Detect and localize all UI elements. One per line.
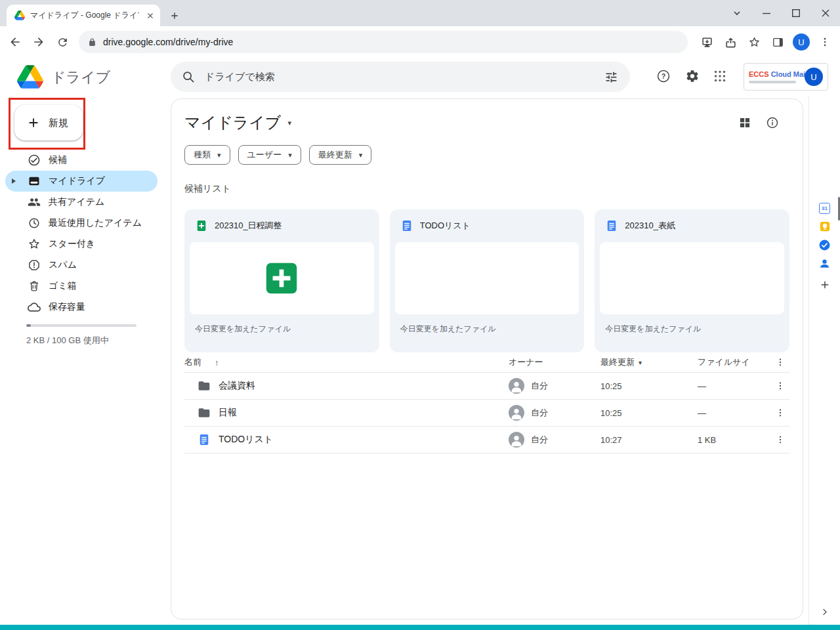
- file-row[interactable]: TODOリスト 自分 10:27 1 KB: [184, 426, 789, 453]
- apps-grid-icon[interactable]: [707, 63, 733, 89]
- storage-usage-text: 2 KB / 100 GB 使用中: [26, 335, 109, 346]
- account-avatar[interactable]: U: [805, 68, 823, 86]
- search-input[interactable]: ドライブで検索: [205, 71, 591, 83]
- sidebar-item-my-drive[interactable]: マイドライブ: [5, 171, 158, 192]
- eccs-subtext-line: [749, 81, 796, 83]
- search-bar[interactable]: ドライブで検索: [171, 62, 630, 92]
- lock-icon: [88, 38, 96, 47]
- account-badge[interactable]: ECCS Cloud Mail U: [744, 63, 828, 91]
- window-minimize-button[interactable]: [751, 0, 781, 26]
- sidebar-item-suggested[interactable]: 候補: [5, 150, 158, 171]
- page-title[interactable]: マイドライブ ▾: [184, 112, 291, 133]
- sidebar-item-label: スパム: [49, 259, 77, 271]
- filter-type-chip[interactable]: 種類 ▾: [184, 145, 230, 165]
- help-icon[interactable]: ?: [650, 63, 677, 89]
- sort-descending-icon: ▾: [639, 359, 642, 366]
- spam-icon: [28, 259, 41, 272]
- sidebar-item-shared[interactable]: 共有アイテム: [5, 192, 158, 213]
- sidebar-item-storage[interactable]: 保存容量: [5, 297, 158, 318]
- suggestion-card[interactable]: 202310_日程調整 今日変更を加えたファイル: [184, 209, 379, 352]
- share-icon[interactable]: [719, 31, 742, 53]
- file-row[interactable]: 会議資料 自分 10:25 —: [184, 372, 789, 399]
- address-bar[interactable]: drive.google.com/drive/my-drive: [79, 31, 688, 53]
- sidebar-item-label: マイドライブ: [49, 175, 105, 187]
- filter-modified-chip[interactable]: 最終更新 ▾: [309, 145, 372, 165]
- sidebar-item-trash[interactable]: ゴミ箱: [5, 276, 158, 297]
- title-row: マイドライブ ▾: [184, 110, 789, 136]
- sort-ascending-icon: ↑: [215, 358, 219, 368]
- install-app-icon[interactable]: [696, 31, 718, 53]
- window-maximize-button[interactable]: [781, 0, 810, 26]
- collapse-chevron-icon[interactable]: [814, 601, 835, 622]
- drive-logo[interactable]: [17, 65, 43, 89]
- drive-favicon-icon: [14, 10, 25, 20]
- calendar-day-number: 31: [822, 205, 828, 211]
- card-file-name: 202310_日程調整: [215, 220, 282, 232]
- file-thumbnail: [395, 242, 579, 314]
- file-row[interactable]: 日報 自分 10:25 —: [184, 399, 789, 426]
- annotation-highlight-box: [9, 98, 85, 150]
- column-menu-icon[interactable]: [775, 357, 786, 368]
- sidebar-item-starred[interactable]: スター付き: [5, 234, 158, 255]
- column-header-label: オーナー: [509, 356, 543, 368]
- column-header-owner: オーナー: [509, 356, 600, 368]
- sheets-icon: [195, 219, 208, 232]
- sidebar-item-recent[interactable]: 最近使用したアイテム: [5, 213, 158, 234]
- add-addon-plus-icon[interactable]: [814, 274, 835, 295]
- tab-title: マイドライブ - Google ドライブ: [30, 10, 139, 21]
- file-size: 1 KB: [698, 435, 771, 445]
- tab-close-icon[interactable]: [144, 10, 156, 22]
- browser-profile-avatar[interactable]: U: [793, 33, 810, 51]
- eccs-logo-blue: Cloud Mail: [771, 70, 808, 78]
- row-menu-icon[interactable]: [775, 381, 786, 391]
- sidebar-item-label: 共有アイテム: [49, 196, 104, 208]
- star-icon: [28, 238, 41, 251]
- sidebar-item-label: ゴミ箱: [49, 280, 77, 292]
- search-options-icon[interactable]: [600, 66, 622, 88]
- bookmark-star-icon[interactable]: [743, 31, 765, 53]
- grid-view-toggle-icon[interactable]: [738, 116, 751, 129]
- sidebar-item-label: 保存容量: [49, 301, 85, 313]
- browser-tab[interactable]: マイドライブ - Google ドライブ: [7, 5, 160, 26]
- sidebar-item-spam[interactable]: スパム: [5, 255, 158, 276]
- eccs-logo-red: ECCS: [749, 70, 769, 78]
- file-name: 会議資料: [219, 380, 255, 392]
- storage-meter: [26, 324, 136, 327]
- new-tab-button[interactable]: [165, 7, 184, 25]
- card-file-name: 202310_表紙: [625, 220, 675, 232]
- owner-avatar: [509, 432, 524, 448]
- owner-name: 自分: [531, 434, 548, 446]
- tab-search-chevron-icon[interactable]: [722, 0, 751, 26]
- row-menu-icon[interactable]: [775, 434, 786, 445]
- suggestion-card[interactable]: 202310_表紙 今日変更を加えたファイル: [595, 209, 789, 352]
- filter-user-chip[interactable]: ユーザー ▾: [238, 145, 301, 165]
- info-icon[interactable]: [766, 116, 779, 129]
- reload-button[interactable]: [51, 31, 74, 53]
- main-content-panel: マイドライブ ▾ 種類 ▾ ユーザー ▾ 最終更新 ▾ 候補リスト: [171, 98, 803, 620]
- column-header-name[interactable]: 名前 ↑: [184, 356, 509, 368]
- contacts-icon[interactable]: [814, 253, 835, 274]
- docs-icon: [198, 433, 211, 446]
- docs-icon: [605, 219, 618, 232]
- sheets-logo-icon: [261, 258, 302, 299]
- window-close-button[interactable]: [810, 0, 840, 26]
- back-button[interactable]: [4, 31, 26, 53]
- chevron-down-icon: ▾: [288, 151, 292, 159]
- column-header-modified[interactable]: 最終更新▾: [600, 356, 698, 368]
- forward-button[interactable]: [28, 31, 50, 53]
- column-header-label: ファイルサイ: [698, 357, 750, 367]
- suggestions-heading: 候補リスト: [184, 183, 789, 195]
- row-menu-icon[interactable]: [775, 408, 786, 418]
- file-thumbnail: [190, 242, 374, 314]
- owner-name: 自分: [531, 380, 548, 392]
- gear-icon[interactable]: [679, 63, 705, 89]
- card-caption: 今日変更を加えたファイル: [595, 314, 789, 335]
- side-panel-icon[interactable]: [766, 31, 789, 53]
- cloud-icon: [28, 301, 41, 314]
- page-title-text: マイドライブ: [184, 112, 281, 133]
- expand-arrow-icon: [12, 178, 20, 184]
- url-text: drive.google.com/drive/my-drive: [103, 37, 233, 47]
- suggestion-card[interactable]: TODOリスト 今日変更を加えたファイル: [390, 209, 585, 352]
- modified-time: 10:25: [600, 381, 698, 391]
- browser-menu-icon[interactable]: [814, 31, 836, 53]
